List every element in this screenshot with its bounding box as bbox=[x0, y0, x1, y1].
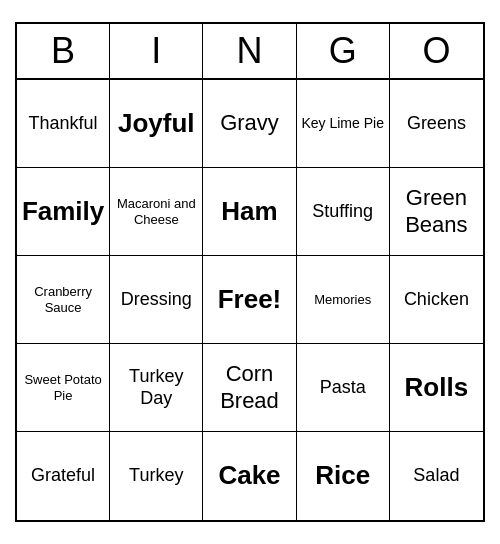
bingo-cell: Thankful bbox=[17, 80, 110, 168]
cell-text: Ham bbox=[221, 196, 277, 227]
header-letter: N bbox=[203, 24, 296, 78]
bingo-cell: Key Lime Pie bbox=[297, 80, 390, 168]
cell-text: Turkey Day bbox=[114, 366, 198, 409]
cell-text: Corn Bread bbox=[207, 361, 291, 414]
bingo-cell: Greens bbox=[390, 80, 483, 168]
bingo-cell: Turkey Day bbox=[110, 344, 203, 432]
bingo-cell: Free! bbox=[203, 256, 296, 344]
header-letter: B bbox=[17, 24, 110, 78]
bingo-cell: Family bbox=[17, 168, 110, 256]
cell-text: Key Lime Pie bbox=[301, 115, 383, 132]
cell-text: Free! bbox=[218, 284, 282, 315]
bingo-cell: Memories bbox=[297, 256, 390, 344]
cell-text: Macaroni and Cheese bbox=[114, 196, 198, 227]
bingo-cell: Sweet Potato Pie bbox=[17, 344, 110, 432]
bingo-cell: Stuffing bbox=[297, 168, 390, 256]
bingo-cell: Ham bbox=[203, 168, 296, 256]
bingo-cell: Macaroni and Cheese bbox=[110, 168, 203, 256]
cell-text: Cranberry Sauce bbox=[21, 284, 105, 315]
cell-text: Cake bbox=[218, 460, 280, 491]
cell-text: Rolls bbox=[405, 372, 469, 403]
bingo-cell: Grateful bbox=[17, 432, 110, 520]
cell-text: Greens bbox=[407, 113, 466, 135]
cell-text: Family bbox=[22, 196, 104, 227]
cell-text: Grateful bbox=[31, 465, 95, 487]
bingo-cell: Turkey bbox=[110, 432, 203, 520]
bingo-cell: Green Beans bbox=[390, 168, 483, 256]
bingo-cell: Chicken bbox=[390, 256, 483, 344]
header-letter: G bbox=[297, 24, 390, 78]
cell-text: Thankful bbox=[29, 113, 98, 135]
header-letter: O bbox=[390, 24, 483, 78]
cell-text: Chicken bbox=[404, 289, 469, 311]
bingo-card: BINGO ThankfulJoyfulGravyKey Lime PieGre… bbox=[15, 22, 485, 522]
bingo-cell: Rolls bbox=[390, 344, 483, 432]
bingo-grid: ThankfulJoyfulGravyKey Lime PieGreensFam… bbox=[17, 80, 483, 520]
bingo-cell: Rice bbox=[297, 432, 390, 520]
cell-text: Memories bbox=[314, 292, 371, 308]
bingo-cell: Gravy bbox=[203, 80, 296, 168]
cell-text: Green Beans bbox=[394, 185, 479, 238]
cell-text: Salad bbox=[413, 465, 459, 487]
header-letter: I bbox=[110, 24, 203, 78]
cell-text: Sweet Potato Pie bbox=[21, 372, 105, 403]
cell-text: Rice bbox=[315, 460, 370, 491]
bingo-header: BINGO bbox=[17, 24, 483, 80]
bingo-cell: Salad bbox=[390, 432, 483, 520]
cell-text: Turkey bbox=[129, 465, 183, 487]
bingo-cell: Corn Bread bbox=[203, 344, 296, 432]
cell-text: Pasta bbox=[320, 377, 366, 399]
cell-text: Gravy bbox=[220, 110, 279, 136]
cell-text: Joyful bbox=[118, 108, 195, 139]
bingo-cell: Cake bbox=[203, 432, 296, 520]
bingo-cell: Joyful bbox=[110, 80, 203, 168]
bingo-cell: Cranberry Sauce bbox=[17, 256, 110, 344]
bingo-cell: Pasta bbox=[297, 344, 390, 432]
cell-text: Dressing bbox=[121, 289, 192, 311]
bingo-cell: Dressing bbox=[110, 256, 203, 344]
cell-text: Stuffing bbox=[312, 201, 373, 223]
